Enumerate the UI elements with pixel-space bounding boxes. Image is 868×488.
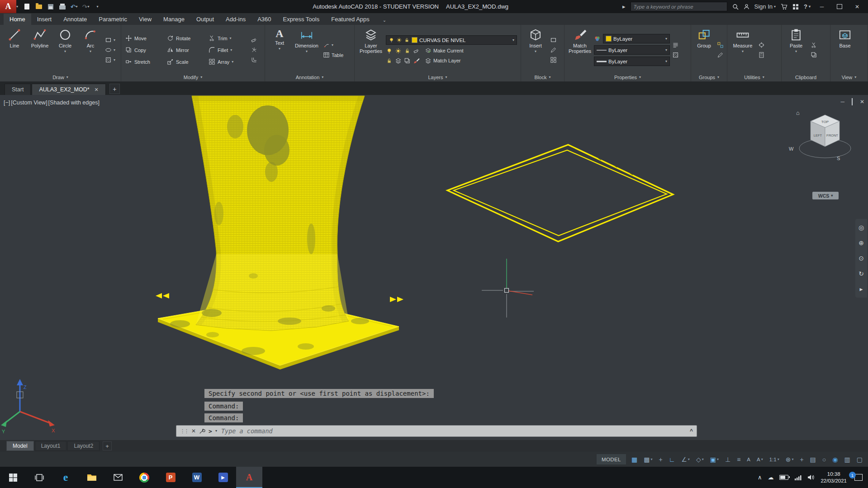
zoom-icon[interactable]: ⊙	[859, 255, 864, 261]
view-control-button[interactable]: [Custom View]	[11, 99, 47, 106]
isodraft-toggle[interactable]: ◇▾	[693, 454, 707, 464]
file-explorer-button[interactable]	[79, 467, 105, 488]
erase-button[interactable]	[251, 36, 257, 44]
layer-match-icon[interactable]	[413, 57, 420, 64]
open-file-button[interactable]	[33, 2, 44, 11]
tab-home[interactable]: Home	[4, 14, 31, 25]
color-dropdown[interactable]: ByLayer▾	[603, 34, 670, 43]
chrome-button[interactable]	[131, 467, 157, 488]
command-input[interactable]	[220, 427, 687, 435]
array-button[interactable]: Array▾	[209, 56, 248, 68]
scale-button[interactable]: Scale	[167, 56, 207, 68]
leader-button[interactable]: ▾	[323, 41, 343, 49]
layer-freeze-tool-icon[interactable]	[404, 47, 411, 54]
copy-button[interactable]: Copy	[125, 44, 165, 56]
base-button[interactable]: Base	[833, 27, 857, 73]
id-point-button[interactable]	[758, 41, 765, 49]
rectangle-button[interactable]: ▾	[105, 36, 115, 44]
file-tab-close-icon[interactable]: ✕	[95, 87, 99, 93]
action-center-button[interactable]: 1	[853, 474, 863, 482]
copy-clip-button[interactable]	[811, 51, 817, 59]
panel-clipboard-footer[interactable]: Clipboard	[782, 73, 830, 81]
cut-button[interactable]	[811, 41, 817, 49]
tray-expand-icon[interactable]: ∧	[758, 474, 762, 481]
compass-west-label[interactable]: W	[789, 146, 794, 152]
layer-properties-button[interactable]: Layer Properties	[357, 27, 385, 73]
ribbon-collapse-button[interactable]: ⌄	[380, 15, 389, 25]
command-prompt-arrow[interactable]: ▾	[215, 429, 217, 433]
layer-unlock-icon[interactable]	[386, 57, 393, 64]
maximize-button[interactable]	[833, 2, 846, 11]
lineweight-toggle[interactable]: ≡	[734, 454, 743, 464]
battery-icon[interactable]	[779, 475, 788, 480]
ucs-icon[interactable]: Z X Y	[1, 379, 55, 434]
tab-view[interactable]: View	[133, 14, 157, 25]
otrack-toggle[interactable]: ⊥	[722, 454, 733, 464]
model-viewport[interactable]: Z X Y ⌂ W S TOP LEFT FRONT [−] [Custom V…	[0, 95, 868, 440]
rotate-button[interactable]: Rotate	[167, 33, 207, 44]
command-close-button[interactable]: ✕	[191, 428, 196, 434]
annotation-autoscale-button[interactable]: A▾	[754, 454, 766, 464]
tab-featured-apps[interactable]: Featured Apps	[325, 14, 375, 25]
layer-merge-icon[interactable]	[404, 57, 411, 64]
new-layout-button[interactable]: +	[103, 441, 112, 450]
app-menu-arrow-icon[interactable]: ▾	[16, 5, 18, 9]
viewcube-top-face[interactable]: TOP	[821, 120, 829, 124]
ungroup-button[interactable]	[717, 41, 724, 49]
osnap-toggle[interactable]: ▣▾	[707, 454, 721, 464]
system-tray-button[interactable]: ▤	[807, 454, 819, 464]
stretch-button[interactable]: Stretch	[125, 56, 165, 68]
transparency-button[interactable]	[672, 51, 679, 59]
layer-walk-icon[interactable]	[395, 57, 402, 64]
layer-dropdown-arrow[interactable]: ▾	[512, 38, 514, 42]
new-drawing-tab-button[interactable]: +	[109, 84, 120, 94]
exchange-apps-icon[interactable]	[792, 4, 799, 10]
redo-button[interactable]: ↷▾	[81, 2, 91, 11]
panel-view-footer[interactable]: View▾	[830, 73, 868, 81]
tab-model[interactable]: Model	[6, 441, 34, 451]
speaker-icon[interactable]	[807, 474, 815, 480]
paste-button[interactable]: Paste▾	[784, 27, 808, 73]
layer-isolate-icon[interactable]	[395, 47, 402, 54]
tower-solid[interactable]	[156, 96, 403, 331]
tab-express-tools[interactable]: Express Tools	[277, 14, 326, 25]
start-button[interactable]	[0, 467, 26, 488]
clock[interactable]: 10:38 22/03/2021	[821, 471, 847, 484]
tab-parametric[interactable]: Parametric	[93, 14, 133, 25]
fillet-button[interactable]: Fillet▾	[209, 44, 248, 56]
pan-icon[interactable]: ⊕	[859, 240, 864, 246]
model-space-button[interactable]: MODEL	[597, 454, 626, 464]
insert-button[interactable]: Insert▾	[523, 27, 548, 73]
rectangle-frame[interactable]	[447, 145, 673, 242]
edge-button[interactable]: e	[52, 467, 79, 488]
task-view-button[interactable]	[26, 467, 52, 488]
hardware-acceleration-button[interactable]: ▥	[842, 454, 853, 464]
polyline-button[interactable]: Polyline	[28, 27, 52, 73]
powerpoint-button[interactable]: P	[157, 467, 184, 488]
command-customize-icon[interactable]	[199, 428, 205, 434]
viewport-menu-button[interactable]: [−]	[4, 99, 10, 106]
panel-utilities-footer[interactable]: Utilities▾	[727, 73, 781, 81]
plot-button[interactable]	[57, 2, 67, 11]
dimension-button[interactable]: Dimension▾	[293, 27, 321, 73]
wcs-button[interactable]: WCS▾	[812, 192, 839, 199]
file-tab-start[interactable]: Start	[5, 84, 31, 95]
command-grip[interactable]: ⋮⋮	[180, 428, 188, 434]
network-icon[interactable]	[794, 475, 802, 480]
object-color-icon[interactable]	[594, 35, 601, 42]
create-block-button[interactable]	[550, 36, 557, 44]
mail-button[interactable]	[105, 467, 131, 488]
word-button[interactable]: W	[184, 467, 210, 488]
match-properties-button[interactable]: Match Properties	[567, 27, 593, 73]
visual-style-button[interactable]: [Shaded with edges]	[48, 99, 100, 106]
ellipse-button[interactable]: ▾	[105, 46, 115, 54]
doc-close-button[interactable]: ✕	[860, 99, 864, 105]
panel-draw-footer[interactable]: Draw▾	[0, 73, 121, 81]
recent-commands-button[interactable]: ^	[690, 428, 693, 434]
new-file-button[interactable]	[22, 2, 32, 11]
save-button[interactable]	[45, 2, 56, 11]
annotation-scale-button[interactable]: 1:1▾	[767, 454, 782, 464]
doc-restore-button[interactable]	[852, 99, 853, 105]
layer-delete-icon[interactable]	[413, 47, 420, 54]
tab-output[interactable]: Output	[190, 14, 220, 25]
